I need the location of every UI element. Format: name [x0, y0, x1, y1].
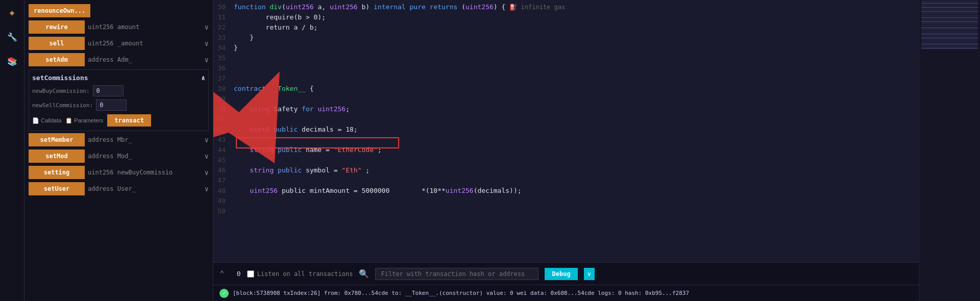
newbuycommission-label: newBuyCommission: [32, 88, 90, 94]
line-code: contract __Token__ { [234, 84, 314, 94]
listen-checkbox[interactable] [247, 270, 254, 278]
code-token: ) { [494, 3, 505, 11]
code-token: using [234, 105, 274, 113]
code-token: public [274, 126, 298, 133]
filter-input[interactable] [375, 268, 538, 280]
debug-button[interactable]: Debug [545, 268, 577, 280]
line-code: } [234, 43, 238, 53]
code-token: returns [430, 3, 458, 11]
line-code: uint256 public mintAmount = 5000000 *(10… [234, 186, 522, 196]
code-line: 44 string public name = "EtherCode"; [213, 145, 919, 155]
setadm-param: address Adm_ [88, 56, 202, 63]
logo-icon[interactable]: ◈ [4, 4, 20, 20]
deploy-icon[interactable]: 🔧 [4, 29, 20, 45]
line-number: 40 [213, 104, 234, 114]
newsellcommission-row: newSellCommission: [31, 98, 206, 112]
code-token: return a / b; [234, 23, 317, 31]
code-line: 37 [213, 73, 919, 84]
line-code: return a / b; [234, 22, 317, 33]
setadm-button[interactable]: setAdm [29, 53, 85, 66]
line-number: 47 [213, 175, 234, 186]
line-number: 48 [213, 186, 234, 196]
code-line: 31 require(b > 0); [213, 12, 919, 22]
code-token: uint256 [446, 187, 474, 194]
newbuycommission-row: newBuyCommission: [31, 84, 206, 98]
parameters-button[interactable]: 📋 Parameters [65, 117, 103, 124]
tx-count: 0 [231, 270, 241, 278]
line-number: 46 [213, 165, 234, 175]
setuser-button[interactable]: setUser [29, 182, 85, 195]
renounceown-button[interactable]: renounceOwn... [29, 4, 90, 17]
code-editor: 30function div(uint256 a, uint256 b) int… [213, 0, 919, 301]
code-token: public [278, 146, 302, 154]
expand-arrow-icon[interactable]: ⌃ [219, 269, 225, 279]
code-token: ; [346, 105, 350, 113]
line-number: 38 [213, 84, 234, 94]
newbuycommission-input[interactable] [93, 85, 124, 96]
line-number: 39 [213, 94, 234, 104]
line-number: 42 [213, 124, 234, 135]
code-line: 38contract __Token__ { [213, 84, 919, 94]
setadm-chevron-icon[interactable]: ∨ [205, 56, 209, 64]
code-token: (decimals)); [474, 187, 522, 194]
line-number: 36 [213, 63, 234, 73]
setmember-button[interactable]: setMember [29, 133, 85, 146]
sell-button[interactable]: sell [29, 37, 85, 50]
setuser-chevron-icon[interactable]: ∨ [205, 185, 209, 193]
minimap-line [921, 15, 978, 16]
code-token: require(b > 0); [234, 13, 326, 21]
search-button[interactable]: 🔍 [359, 269, 369, 279]
code-token: public mintAmount = 5000000 [278, 187, 389, 194]
params-icon: 📋 [65, 117, 72, 124]
setuser-param: address User_ [88, 185, 202, 192]
code-token: ( [457, 3, 465, 11]
code-token: internal pure [374, 3, 430, 11]
code-token: contract [234, 85, 270, 92]
code-token: a, [314, 3, 330, 11]
functions-panel: renounceOwn... rewire uint256 amount ∨ s… [24, 0, 213, 301]
line-number: 45 [213, 155, 234, 165]
book-icon[interactable]: 📚 [4, 53, 20, 69]
bottom-bar: ⌃ 0 Listen on all transactions 🔍 Debug ∨ [213, 262, 919, 285]
sell-chevron-icon[interactable]: ∨ [205, 39, 209, 47]
code-token: name = [302, 146, 334, 154]
line-number: 44 [213, 145, 234, 155]
code-token: } [234, 34, 254, 41]
line-code: using Safety for uint256; [234, 104, 350, 114]
code-token: uint256 [465, 3, 494, 11]
minimap-line [921, 35, 978, 37]
code-token [234, 187, 250, 194]
debug-chevron-icon[interactable]: ∨ [584, 268, 595, 280]
code-line: 49 [213, 196, 919, 206]
setting-chevron-icon[interactable]: ∨ [205, 168, 209, 177]
code-line: 32 return a / b; [213, 22, 919, 33]
function-row-setadm: setAdm address Adm_ ∨ [29, 53, 209, 66]
function-row-setuser: setUser address User_ ∨ [29, 182, 209, 195]
gas-label: ⛽ infinite gas [509, 2, 565, 12]
setmod-chevron-icon[interactable]: ∨ [205, 152, 209, 160]
line-number: 30 [213, 2, 234, 12]
newsellcommission-input[interactable] [96, 99, 127, 111]
rewire-chevron-icon[interactable]: ∨ [205, 23, 209, 31]
minimap-line [921, 19, 978, 20]
calldata-button[interactable]: 📄 Calldata [32, 117, 61, 124]
setmember-chevron-icon[interactable]: ∨ [205, 136, 209, 144]
transact-button[interactable]: transact [107, 114, 151, 127]
setcommissions-collapse-icon[interactable]: ∧ [201, 74, 205, 82]
minimap-line [921, 5, 978, 6]
function-row-rewire: rewire uint256 amount ∨ [29, 20, 209, 34]
line-number: 49 [213, 196, 234, 206]
code-token: function [234, 3, 270, 11]
sidebar-icons: ◈ 🔧 📚 [0, 0, 24, 301]
minimap-line [921, 41, 978, 43]
calldata-doc-icon: 📄 [32, 117, 39, 124]
rewire-button[interactable]: rewire [29, 20, 85, 34]
line-number: 35 [213, 53, 234, 63]
commission-actions: 📄 Calldata 📋 Parameters transact [31, 112, 206, 129]
minimap-line [921, 33, 978, 35]
setting-button[interactable]: setting [29, 166, 85, 179]
parameters-label: Parameters [74, 117, 103, 123]
code-line: 46 string public symbol = "Eth" ; [213, 165, 919, 175]
setmod-button[interactable]: setMod [29, 149, 85, 163]
minimap-line [921, 37, 978, 39]
